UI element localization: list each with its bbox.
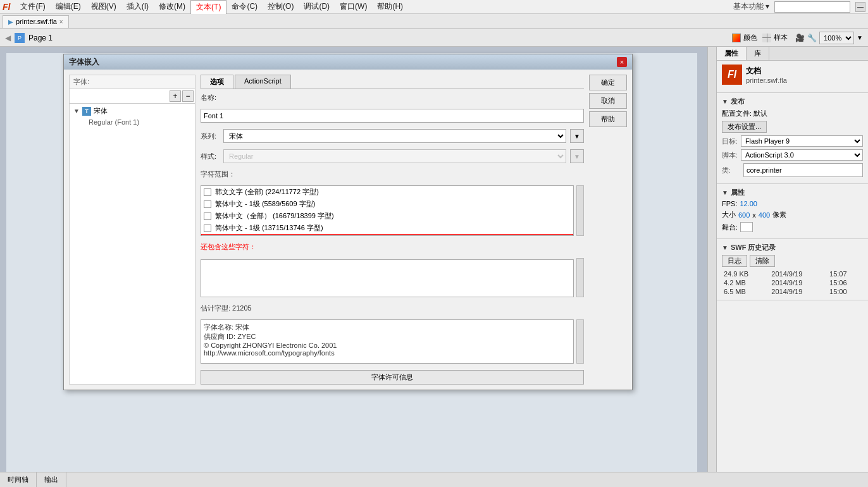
additional-scrollbar[interactable]: [576, 258, 584, 297]
tab-actionscript[interactable]: ActionScript: [235, 75, 291, 89]
list-item[interactable]: 繁体中文（全部） (16679/18399 字型): [201, 210, 573, 222]
add-font-button[interactable]: +: [170, 90, 181, 102]
font-tree-sub: Regular (Font 1): [71, 117, 194, 127]
charset-section: 韩文文字 (全部) (224/11772 字型)繁体中文 - 1级 (5589/…: [201, 185, 584, 236]
tab-options[interactable]: 选项: [201, 75, 233, 89]
name-label: 名称:: [201, 93, 220, 102]
ok-button[interactable]: 确定: [589, 75, 627, 90]
additional-section: [201, 258, 584, 297]
style-row: 样式: Regular ▼: [201, 149, 584, 163]
font-info-scrollbar[interactable]: [576, 319, 584, 364]
charset-label: 韩文文字 (全部) (224/11772 字型): [215, 187, 319, 197]
charset-label: 简体中文 - 1级 (13715/13746 字型): [215, 223, 323, 233]
list-item[interactable]: 繁体中文 - 1级 (5589/5609 字型): [201, 198, 573, 210]
list-item[interactable]: 韩文文字 (全部) (224/11772 字型): [201, 186, 573, 198]
charset-label: 繁体中文 - 1级 (5589/5609 字型): [215, 199, 315, 209]
style-select: Regular: [223, 149, 566, 163]
font-info-area: 字体名称: 宋体 供应商 ID: ZYEC © Copyright ZHONGY…: [201, 319, 574, 364]
charset-section-title: 字符范围：: [201, 170, 584, 179]
list-item[interactable]: 简体中文 - 1级 (13715/13746 字型): [201, 222, 573, 234]
cancel-button[interactable]: 取消: [589, 93, 627, 109]
font-tree-name: 宋体: [94, 106, 108, 116]
dialog-close-button[interactable]: ×: [617, 57, 627, 67]
family-row: 系列: 宋体 ▼: [201, 129, 584, 143]
checkbox-icon: [204, 225, 211, 232]
font-list-toolbar: + −: [70, 89, 195, 104]
estimate-row: 估计字型: 21205: [201, 304, 584, 313]
font-type-icon: T: [82, 107, 91, 116]
additional-label: 还包含这些字符：: [201, 242, 584, 252]
list-item[interactable]: 中文（全部）（21097/21664 字型）: [201, 234, 573, 236]
style-dropdown-button[interactable]: ▼: [570, 149, 584, 163]
font-list-header: 字体:: [70, 75, 195, 89]
additional-chars-input[interactable]: [201, 259, 574, 297]
options-tabs: 选项 ActionScript: [201, 75, 584, 89]
checkbox-icon: [204, 200, 211, 208]
font-info-section: 字体名称: 宋体 供应商 ID: ZYEC © Copyright ZHONGY…: [201, 319, 584, 364]
font-tree-arrow-icon: ▼: [73, 108, 80, 114]
dialog-body: 字体: + − ▼ T 宋体 Regular (Font 1): [64, 70, 632, 390]
charset-list[interactable]: 韩文文字 (全部) (224/11772 字型)繁体中文 - 1级 (5589/…: [201, 185, 574, 236]
dialog-title: 字体嵌入: [69, 57, 99, 68]
action-buttons: 确定 取消 帮助: [589, 75, 627, 385]
family-select[interactable]: 宋体: [223, 129, 566, 143]
font-tree-sub-item[interactable]: Regular (Font 1): [86, 117, 194, 127]
remove-font-button[interactable]: −: [182, 90, 194, 102]
font-tree: ▼ T 宋体 Regular (Font 1): [70, 104, 195, 384]
name-input-row: [201, 109, 584, 123]
dialog-overlay: 字体嵌入 × 字体: + − ▼ T 宋体 Regular (Fon: [0, 0, 868, 487]
options-panel: 选项 ActionScript 名称: 系列: 宋体 ▼ 样式: Re: [201, 75, 584, 385]
checkbox-icon: [204, 188, 211, 196]
font-embed-dialog: 字体嵌入 × 字体: + − ▼ T 宋体 Regular (Fon: [63, 54, 633, 390]
font-tree-root-item[interactable]: ▼ T 宋体: [71, 105, 194, 117]
charset-scrollbar[interactable]: [576, 185, 584, 236]
style-label: 样式:: [201, 152, 220, 161]
checkbox-icon: [204, 213, 211, 220]
family-label: 系列:: [201, 132, 220, 141]
name-row: 名称:: [201, 93, 584, 102]
license-button[interactable]: 字体许可信息: [201, 370, 584, 385]
help-button[interactable]: 帮助: [589, 111, 627, 127]
dialog-title-bar: 字体嵌入 ×: [64, 54, 632, 70]
charset-label: 繁体中文（全部） (16679/18399 字型): [215, 211, 334, 221]
family-dropdown-button[interactable]: ▼: [570, 129, 584, 143]
name-input[interactable]: [201, 109, 584, 123]
font-list-panel: 字体: + − ▼ T 宋体 Regular (Font 1): [69, 75, 195, 385]
